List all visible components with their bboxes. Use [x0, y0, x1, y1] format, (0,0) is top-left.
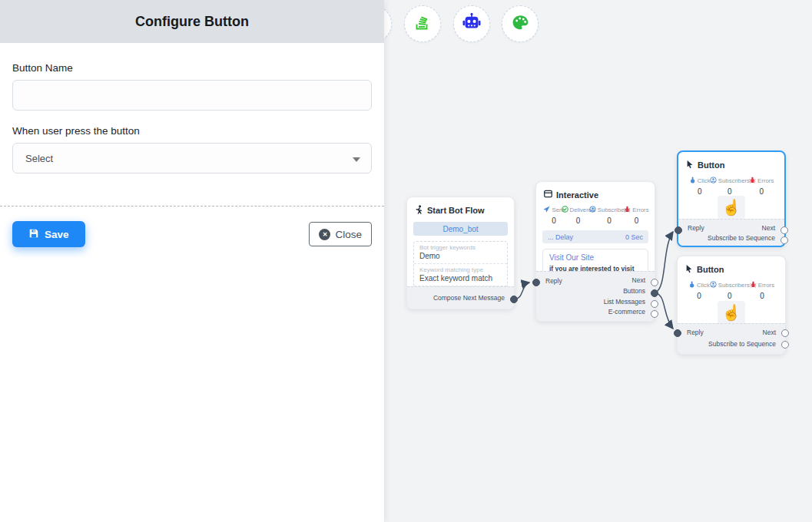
start-node-header: Start Bot Flow — [407, 197, 514, 216]
stat-delivered: Delivered 0 — [564, 206, 592, 225]
interactive-stats: Sent 0 Delivered 0 Subscribers 0 Errors … — [536, 200, 655, 225]
window-icon — [544, 190, 552, 200]
person-running-icon — [415, 205, 423, 216]
bug-icon — [750, 281, 757, 289]
compose-next-message-label: Compose Next Message — [433, 294, 505, 302]
start-node-footer: Compose Next Message — [407, 286, 514, 309]
button1-footer: Reply Next Subscribe to Sequence — [678, 219, 784, 246]
flow-canvas[interactable]: Start Bot Flow Demo_bot Bot trigger keyw… — [384, 0, 812, 522]
port-compose-next-message[interactable] — [510, 296, 518, 303]
save-icon — [28, 228, 39, 241]
person-circle-icon — [589, 206, 596, 214]
reply-label: Reply — [687, 329, 704, 336]
interactive-node-title: Interactive — [556, 190, 598, 200]
cursor-icon — [686, 160, 694, 170]
output-subscribe-label: Subscribe to Sequence — [708, 340, 776, 348]
port-next[interactable] — [781, 226, 788, 234]
port-reply-in[interactable] — [674, 226, 682, 234]
bug-icon — [624, 206, 631, 214]
node-interactive[interactable]: Interactive Sent 0 Delivered 0 Subscribe… — [535, 181, 655, 322]
field-keyword-matching: Keyword matching type Exact keyword matc… — [414, 263, 507, 286]
save-button[interactable]: Save — [12, 221, 85, 247]
delay-label: ... Delay — [548, 233, 573, 241]
button1-title: Button — [698, 160, 724, 170]
interactive-node-footer: Reply Next Buttons List Messages E-comme… — [536, 271, 655, 321]
delay-value: 0 Sec — [625, 233, 643, 241]
close-label: Close — [335, 229, 362, 240]
port-buttons[interactable] — [651, 289, 658, 297]
output-next-label: Next — [762, 224, 775, 232]
robot-icon — [462, 12, 482, 35]
start-node-title: Start Bot Flow — [427, 206, 485, 215]
output-list-messages-label: List Messages — [604, 298, 645, 306]
configure-button-panel: Configure Button Button Name When user p… — [0, 0, 384, 522]
message-title: Visit Our Site — [549, 253, 641, 262]
close-button[interactable]: ✕ Close — [309, 222, 372, 246]
button1-header: Button — [678, 152, 784, 170]
stat-subscribers: Subscribers 0 — [710, 177, 749, 196]
port-subscribe-sequence[interactable] — [781, 341, 789, 349]
button-name-input[interactable] — [12, 80, 372, 111]
port-reply-in[interactable] — [674, 329, 681, 337]
cursor-icon — [685, 264, 693, 275]
stat-errors: Errors 0 — [750, 281, 774, 300]
send-icon — [543, 206, 550, 214]
toolbar-button-theme[interactable] — [502, 5, 539, 42]
stat-click: Click 0 — [689, 177, 710, 196]
chevron-down-icon — [353, 151, 360, 165]
output-subscribe-label: Subscribe to Sequence — [708, 234, 775, 242]
toolbar-button-hidden[interactable] — [384, 5, 392, 42]
select-value: Select — [25, 153, 353, 164]
close-icon: ✕ — [319, 229, 330, 240]
bot-name-badge: Demo_bot — [413, 222, 508, 236]
stat-click: Click 0 — [688, 281, 710, 300]
stack-icon — [413, 13, 432, 35]
output-next-label: Next — [763, 329, 776, 336]
panel-divider — [0, 206, 384, 206]
bug-icon — [749, 177, 756, 185]
button2-footer: Reply Next Subscribe to Sequence — [678, 323, 785, 354]
delay-bar[interactable]: ... Delay 0 Sec — [542, 230, 648, 243]
reply-label: Reply — [545, 277, 562, 285]
node-button-2[interactable]: Button Click 0 Subscribers 0 Errors 0 ☝ — [677, 256, 786, 355]
panel-header: Configure Button — [0, 0, 384, 43]
output-buttons-label: Buttons — [623, 287, 645, 295]
button2-header: Button — [678, 256, 785, 275]
port-next[interactable] — [651, 279, 658, 286]
flow-builder-app: Start Bot Flow Demo_bot Bot trigger keyw… — [0, 0, 812, 522]
interactive-node-header: Interactive — [536, 182, 655, 200]
button2-title: Button — [697, 265, 724, 274]
stat-subscribers: Subscribers 0 — [592, 206, 626, 225]
output-ecommerce-label: E-commerce — [608, 308, 645, 316]
person-circle-icon — [710, 177, 717, 185]
reply-label: Reply — [688, 224, 704, 232]
port-reply-in[interactable] — [532, 279, 540, 286]
stat-errors: Errors 0 — [749, 177, 774, 196]
page-title: Configure Button — [135, 14, 249, 30]
button1-stats: Click 0 Subscribers 0 Errors 0 — [678, 170, 784, 196]
check-circle-icon — [562, 206, 568, 214]
palette-icon — [511, 13, 530, 35]
port-subscribe-sequence[interactable] — [781, 236, 788, 244]
person-circle-icon — [710, 281, 717, 289]
tap-hand-icon: ☝ — [718, 196, 745, 219]
tap-hand-icon: ☝ — [718, 301, 745, 324]
button2-stats: Click 0 Subscribers 0 Errors 0 — [678, 275, 785, 300]
button-name-label: Button Name — [12, 62, 73, 74]
port-next[interactable] — [781, 329, 789, 337]
toolbar-button-bot[interactable] — [453, 5, 490, 42]
press-action-label: When user press the button — [12, 125, 140, 137]
toolbar-button-stack[interactable] — [404, 5, 441, 42]
click-icon — [688, 281, 695, 289]
node-button-1[interactable]: Button Click 0 Subscribers 0 Errors 0 ☝ — [677, 150, 786, 247]
click-icon — [689, 177, 696, 185]
save-label: Save — [45, 229, 69, 240]
port-ecommerce[interactable] — [651, 310, 658, 318]
port-list-messages[interactable] — [651, 300, 658, 308]
node-start-bot-flow[interactable]: Start Bot Flow Demo_bot Bot trigger keyw… — [406, 197, 515, 309]
press-action-select[interactable]: Select — [12, 143, 372, 173]
stat-subscribers: Subscribers 0 — [710, 281, 750, 300]
output-next-label: Next — [632, 276, 645, 284]
stat-errors: Errors 0 — [626, 206, 647, 225]
field-trigger-keywords: Bot trigger keywords Demo — [414, 242, 507, 263]
